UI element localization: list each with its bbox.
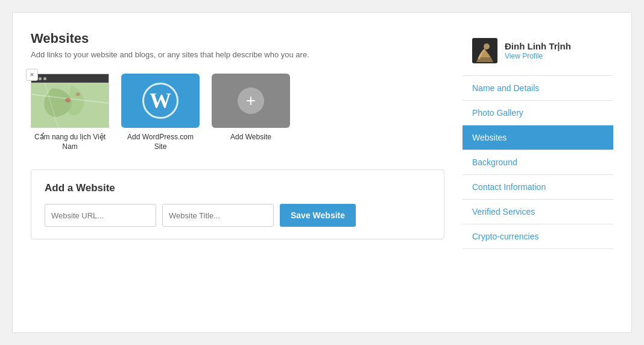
page-wrapper: Websites Add links to your website and b… [12,12,632,333]
map-body [31,83,109,127]
view-profile-link[interactable]: View Profile [505,52,571,60]
sidebar-item-contact-information[interactable]: Contact Information [462,175,613,199]
nav-item-name-and-details: Name and Details [462,76,613,101]
add-website-form: Add a Website Save Website [31,169,444,239]
save-website-button[interactable]: Save Website [280,204,356,227]
plus-icon: + [238,87,264,114]
svg-point-6 [484,43,490,49]
add-website-button[interactable]: + [212,74,290,128]
sidebar: Đinh Linh Trịnh View Profile Name and De… [462,31,613,314]
sidebar-item-name-and-details[interactable]: Name and Details [462,76,613,100]
sidebar-nav: Name and Details Photo Gallery Websites … [462,75,613,249]
website-label: Cẩm nang du lịch Việt Nam [31,133,109,151]
thumbnail-wrapper: × [31,74,109,128]
page-subtitle: Add links to your website and blogs, or … [31,50,444,59]
nav-item-crypto-currencies: Crypto-currencies [462,224,613,249]
website-title-input[interactable] [162,204,274,227]
svg-point-3 [65,98,71,103]
nav-item-websites: Websites [462,125,613,150]
header-dot [43,77,46,80]
form-row: Save Website [45,204,431,227]
add-website-label: Add Website [230,133,271,142]
website-url-input[interactable] [45,204,156,227]
main-content: Websites Add links to your website and b… [31,31,462,314]
thumbnail-header [31,74,109,83]
wordpress-logo: W [142,83,178,119]
sidebar-item-crypto-currencies[interactable]: Crypto-currencies [462,224,613,248]
add-wordpress-button[interactable]: W [121,74,200,128]
profile-info: Đinh Linh Trịnh View Profile [505,41,571,60]
form-title: Add a Website [45,182,431,194]
website-items: × [31,74,444,151]
avatar-image [473,39,496,62]
sidebar-item-verified-services[interactable]: Verified Services [462,200,613,224]
profile-header: Đinh Linh Trịnh View Profile [462,31,613,71]
page-title: Websites [31,31,444,46]
existing-website-item: × [31,74,109,151]
nav-item-contact-information: Contact Information [462,175,613,200]
add-wordpress-item: W Add WordPress.com Site [121,74,200,151]
avatar [472,38,497,63]
header-dot [39,77,42,80]
nav-item-background: Background [462,150,613,175]
add-website-item: + Add Website [212,74,290,151]
sidebar-item-photo-gallery[interactable]: Photo Gallery [462,101,613,125]
svg-point-4 [76,93,80,97]
map-svg [31,83,109,127]
profile-name: Đinh Linh Trịnh [505,41,571,52]
nav-item-photo-gallery: Photo Gallery [462,101,613,125]
website-thumbnail [31,74,109,128]
sidebar-item-websites[interactable]: Websites [462,125,613,150]
remove-website-button[interactable]: × [26,69,38,81]
sidebar-item-background[interactable]: Background [462,150,613,174]
add-wordpress-label: Add WordPress.com Site [121,133,200,151]
wp-letter: W [150,88,171,113]
nav-item-verified-services: Verified Services [462,200,613,224]
